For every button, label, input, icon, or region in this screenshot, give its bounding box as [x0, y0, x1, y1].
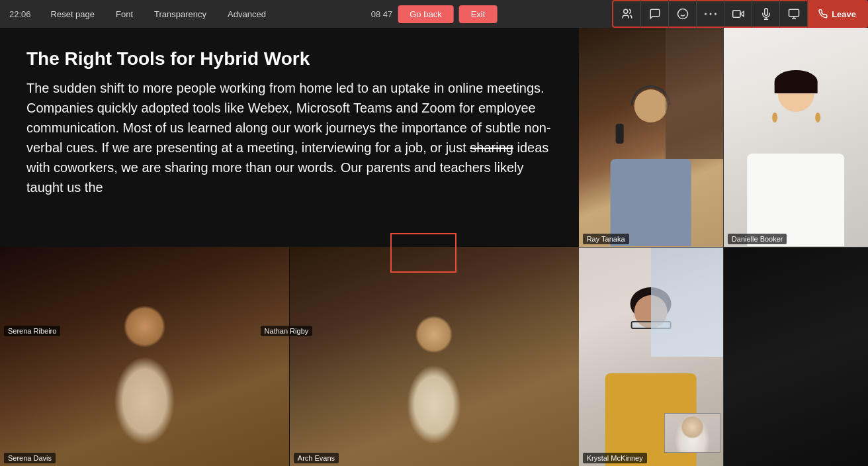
svg-point-5 [709, 13, 711, 15]
main-content: Serena Davis Arch Evans The Right Tools … [0, 28, 868, 466]
slide-title: The Right Tools for Hybrid Work [26, 48, 552, 70]
svg-point-6 [715, 13, 716, 15]
presentation-bg-people: Serena Davis Arch Evans [0, 247, 579, 466]
video-grid-top: Ray Tanaka Danielle Booker [579, 28, 868, 247]
svg-marker-7 [740, 11, 744, 17]
svg-point-1 [677, 9, 687, 19]
bg-presenter-1-label: Serena Davis [4, 453, 56, 463]
leave-label: Leave [832, 9, 856, 19]
bg-presenter-2-label: Arch Evans [294, 453, 339, 463]
go-back-button[interactable]: Go back [398, 5, 453, 23]
video-cell-ray-tanaka: Ray Tanaka [579, 28, 723, 247]
transparency-button[interactable]: Transparency [144, 0, 217, 28]
exit-button[interactable]: Exit [459, 5, 498, 23]
slide-body: The sudden shift to more people working … [26, 78, 552, 197]
video-name-ray: Ray Tanaka [583, 234, 629, 244]
chat-button[interactable] [641, 0, 669, 28]
mic-button[interactable] [752, 0, 780, 28]
svg-rect-11 [789, 9, 799, 17]
video-name-krystal: Krystal McKinney [583, 453, 647, 463]
presentation-area: Serena Davis Arch Evans The Right Tools … [0, 28, 579, 466]
advanced-button[interactable]: Advanced [217, 0, 277, 28]
time-display: 22:06 [0, 9, 40, 19]
reactions-button[interactable] [669, 0, 697, 28]
video-cell-danielle-booker: Danielle Booker [724, 28, 868, 247]
top-bar-left: 22:06 Reset page Font Transparency Advan… [0, 0, 612, 28]
video-cell-empty [724, 248, 868, 467]
bg-presenter-1: Serena Davis [0, 247, 289, 466]
more-button[interactable] [697, 0, 724, 28]
camera-button[interactable] [724, 0, 752, 28]
svg-point-4 [705, 13, 707, 15]
svg-point-0 [623, 9, 627, 13]
video-cell-krystal-mckinney: Krystal McKinney [579, 248, 723, 467]
meeting-controls: Leave [612, 0, 868, 28]
video-grid: Ray Tanaka Danielle Booker [579, 28, 868, 466]
participants-button[interactable] [613, 0, 641, 28]
cursor-selection-box [390, 233, 456, 273]
meeting-clock: 08 47 [371, 9, 393, 19]
strikethrough-text: sharing [470, 140, 513, 155]
top-bar: 22:06 Reset page Font Transparency Advan… [0, 0, 868, 28]
video-name-danielle: Danielle Booker [728, 234, 787, 244]
leave-button[interactable]: Leave [808, 0, 867, 28]
inset-camera [664, 413, 720, 453]
bottom-presenter-label-2: Nathan Rigby [261, 326, 313, 336]
bg-presenter-2: Arch Evans [290, 247, 579, 466]
font-button[interactable]: Font [105, 0, 144, 28]
top-bar-center: 08 47 Go back Exit [371, 5, 498, 23]
svg-rect-8 [732, 11, 740, 18]
bottom-presenter-label-1: Serena Ribeiro [4, 326, 60, 336]
video-grid-bottom: Krystal McKinney [579, 248, 868, 467]
reset-page-button[interactable]: Reset page [40, 0, 106, 28]
share-button[interactable] [780, 0, 808, 28]
